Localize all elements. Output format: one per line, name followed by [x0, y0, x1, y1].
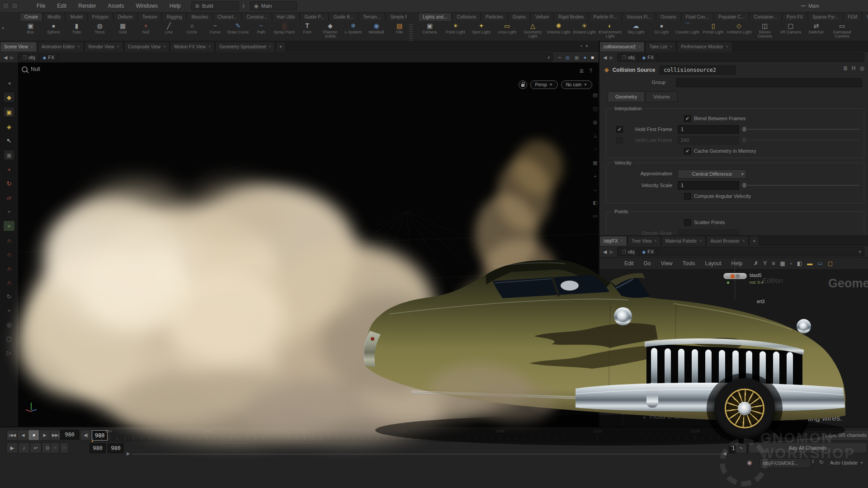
shelf-set-selector[interactable]: ⊞ Build — [191, 1, 239, 10]
pin-icon[interactable]: ⇥ — [557, 55, 561, 61]
points-icon[interactable]: ∴ — [594, 146, 597, 152]
shelf-tab[interactable]: FEM — [843, 13, 862, 21]
shelf-tool[interactable]: ☁ Sky Light — [623, 21, 649, 40]
shelf-tab[interactable]: Texture — [138, 13, 162, 21]
blend-checkbox[interactable] — [684, 115, 691, 122]
close-icon[interactable]: × — [670, 42, 672, 52]
measure-icon[interactable]: ↔ — [593, 187, 598, 192]
pane-swatch-icon[interactable]: ▪ — [580, 43, 582, 48]
close-icon[interactable]: × — [742, 236, 745, 246]
key-all-channels-button[interactable]: Key All Channels — [749, 442, 867, 453]
shelf-tool[interactable]: ● GI Light — [649, 21, 675, 40]
components-mode-icon[interactable]: ◈ — [4, 122, 14, 131]
shelf-tool[interactable]: ▭ Gamepad Camera — [829, 21, 855, 40]
persp-selector[interactable]: Persp▼ — [530, 80, 558, 89]
shelf-collapse-icon[interactable]: ▲ — [1, 25, 5, 30]
shelf-tool[interactable]: ○ Circle — [180, 21, 203, 40]
menu-item[interactable]: Go — [639, 260, 656, 267]
hold-badge[interactable]: H — [852, 65, 856, 71]
close-icon[interactable]: × — [654, 236, 656, 246]
shelf-tab[interactable]: Guide B... — [329, 13, 358, 21]
scatter-checkbox[interactable] — [684, 219, 691, 226]
windows-icon[interactable]: ◧ — [797, 260, 802, 267]
shelf-tab[interactable]: Muscles — [187, 13, 212, 21]
pane-tab[interactable]: collisionsource2× — [599, 42, 645, 52]
forward-icon[interactable]: ▶ — [609, 249, 613, 255]
shelf-tool[interactable]: ▮ Tube — [65, 21, 88, 40]
play-start-field[interactable]: 980 — [108, 443, 124, 453]
shelf-tool[interactable]: ▣ Box — [19, 21, 42, 40]
menu-item[interactable]: Assets — [102, 0, 130, 12]
shelf-tool[interactable]: ╱ Line — [157, 21, 180, 40]
shelf-tool[interactable]: ▭ Area Light — [494, 21, 520, 40]
shelf-tab[interactable]: Hair Utils — [272, 13, 300, 21]
operation-bar[interactable]: Null — [22, 66, 40, 72]
close-icon[interactable]: × — [269, 42, 271, 52]
global-start-field[interactable]: 980 — [90, 443, 106, 453]
search-icon[interactable]: ◎ — [860, 65, 864, 71]
orb-icon[interactable]: ● — [584, 55, 587, 61]
updown-icon[interactable]: ⇕ — [242, 4, 245, 9]
scoped-channels-field[interactable]: /obj/FX/SMOKE... — [760, 458, 811, 468]
breadcrumb-fx[interactable]: ◆FX — [639, 54, 658, 61]
flipbook-icon[interactable]: ▷ — [4, 347, 14, 357]
pane-tab[interactable]: Render View× — [85, 42, 123, 52]
range-start-grip[interactable]: ▶ — [127, 451, 130, 456]
shelf-tool[interactable]: T Font — [296, 21, 319, 40]
shelf-tool[interactable]: ❄ L-System — [342, 21, 365, 40]
pane-tab[interactable]: + — [749, 236, 759, 246]
close-icon[interactable]: × — [208, 42, 211, 52]
snap-prim-magnet-icon[interactable]: ∩ — [4, 277, 14, 287]
pane-tab[interactable]: Scene View× — [0, 42, 37, 52]
breadcrumb-fx[interactable]: ◆FX — [39, 54, 59, 61]
menu-item[interactable]: Layout — [700, 260, 726, 267]
current-frame-field[interactable]: 980 — [60, 430, 79, 440]
crosshair-icon[interactable]: + — [594, 174, 596, 179]
back-icon[interactable]: ◀ — [4, 55, 7, 61]
timeline-ruler[interactable]: 980 984100810321056108011041128 — [92, 428, 725, 442]
loop-icon[interactable]: ↩ — [30, 442, 42, 453]
close-icon[interactable]: × — [31, 42, 33, 52]
back-icon[interactable]: ◀ — [603, 249, 607, 255]
pane-tab[interactable]: Material Palette× — [661, 236, 706, 246]
shelf-tab[interactable]: Wires — [862, 13, 868, 21]
shelf-tool[interactable]: + Null — [134, 21, 157, 40]
display-flag[interactable] — [727, 282, 729, 284]
shelf-tab[interactable]: Simple FX — [386, 13, 407, 21]
desktop-selector[interactable]: ◉ Main — [250, 1, 297, 10]
shelf-tool[interactable]: ░ Spray Paint — [273, 21, 296, 40]
menu-item[interactable]: File — [31, 0, 51, 12]
shelf-tool[interactable]: ✎ Draw Curve — [226, 21, 250, 40]
range-limit-icon[interactable]: ≪ — [51, 442, 60, 453]
tree-icon[interactable]: Y — [763, 260, 767, 267]
pose-tool-icon[interactable]: + — [4, 206, 14, 216]
shelf-tool[interactable]: ✦ Spot Light — [468, 21, 494, 40]
shelf-tool[interactable]: ⌒ Caustic Light — [675, 21, 700, 40]
pane-tab[interactable]: Tree View× — [627, 236, 661, 246]
shelf-tab[interactable]: Terrain... — [359, 13, 385, 21]
screen-icon[interactable]: ▭ — [817, 260, 822, 267]
velocity-scale-field[interactable]: 1 — [678, 181, 739, 190]
channel-scope-icon[interactable]: ∿ — [735, 442, 747, 453]
shelf-tool[interactable]: ◐ Environment Light — [597, 21, 623, 40]
shelf-tab[interactable]: Rigging — [162, 13, 186, 21]
shelf-tab[interactable]: Constrai... — [242, 13, 272, 21]
group-field[interactable] — [676, 78, 862, 87]
grid-toggle-icon[interactable]: ▦ — [593, 160, 597, 166]
menu-item[interactable]: Tools — [678, 260, 700, 267]
transform-handle-icon[interactable]: + — [3, 221, 15, 231]
shelf-tab[interactable]: Vellum — [531, 13, 553, 21]
shelf-tab[interactable]: Viscous Fl... — [622, 13, 656, 21]
stack-icon[interactable]: ≣ — [579, 68, 584, 74]
shelf-tab[interactable]: Lights and... — [418, 13, 452, 21]
snap-grid-magnet-icon[interactable]: ∩ — [4, 235, 14, 245]
close-icon[interactable]: × — [699, 236, 702, 246]
wireframe-icon[interactable]: ◫ — [593, 106, 597, 112]
menu-item[interactable]: Render — [72, 0, 102, 12]
shelf-tab[interactable]: Rigid Bodies — [554, 13, 588, 21]
param-tab[interactable]: Volume — [646, 91, 678, 102]
pane-tab[interactable]: Animation Editor× — [38, 42, 84, 52]
shelf-tool[interactable]: ▯ Portal Light — [700, 21, 726, 40]
shaded-icon[interactable]: ◍ — [593, 119, 598, 125]
shelf-tool[interactable]: ◫ Stereo Camera — [752, 21, 778, 40]
